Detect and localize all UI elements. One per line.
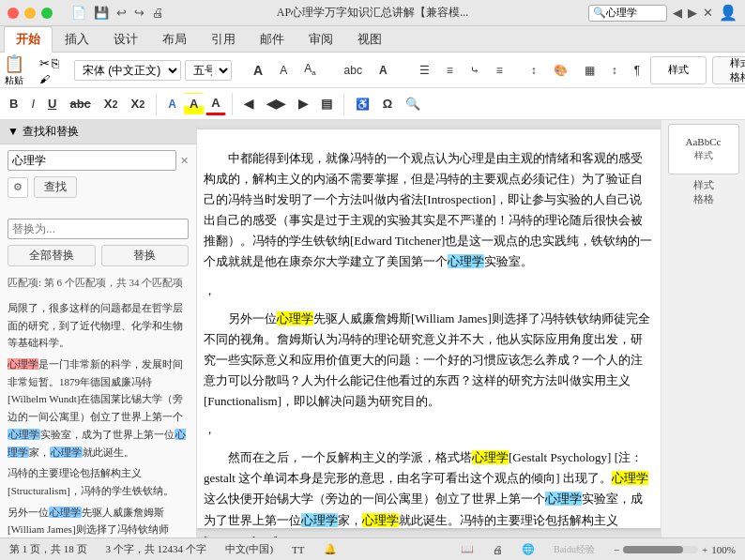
align-button[interactable]: ≡: [490, 61, 509, 80]
strikethrough-button[interactable]: abc: [64, 93, 96, 115]
baidu-watermark: Baidu经验: [554, 543, 595, 556]
font-name-selector[interactable]: 宋体 (中文正文): [74, 60, 181, 81]
zoom-out-icon[interactable]: −: [614, 544, 619, 555]
style-grid-button[interactable]: 样式格格: [712, 56, 745, 84]
tab-insert[interactable]: 插入: [53, 26, 101, 52]
title-search-box[interactable]: 🔍: [588, 5, 667, 22]
tab-design[interactable]: 设计: [101, 26, 150, 52]
find-clear-icon[interactable]: ✕: [180, 155, 189, 167]
ribbon-tabs: 开始 插入 设计 布局 引用 邮件 审阅 视图: [0, 26, 745, 53]
highlighted-term-4: 心理学: [50, 446, 83, 458]
undo-icon[interactable]: ↩: [116, 6, 127, 21]
sidebar: ▼ 查找和替换 ✕ ⚙ 查找 全部替换 替换 匹配项: 第 6 个匹配项，共 3…: [0, 120, 197, 537]
increase-font-button[interactable]: A: [247, 60, 269, 81]
style-normal-button[interactable]: AaBbCc 样式: [668, 124, 739, 174]
find-input[interactable]: [8, 150, 176, 171]
smart-lookup-button[interactable]: 🔍: [400, 93, 426, 115]
prev-result-icon[interactable]: ◀: [673, 6, 682, 21]
accessibility-button[interactable]: ♿: [350, 93, 375, 115]
cut-icon[interactable]: ✂: [39, 56, 50, 71]
highlight-button[interactable]: A: [184, 93, 204, 115]
zoom-bar[interactable]: [623, 546, 698, 553]
format-painter-icon[interactable]: 🖌: [39, 73, 50, 84]
zoom-fill: [623, 546, 683, 553]
toolbar-row1: 📋 粘贴 ✂ ⎘ 🖌 宋体 (中文正文) 五号 四号 三号 A A Aa abc…: [0, 53, 745, 88]
shading-button[interactable]: 🎨: [547, 61, 574, 80]
style-button[interactable]: 样式: [650, 56, 707, 84]
show-mark-button[interactable]: ¶: [628, 61, 646, 80]
highlighted-term-2: 心理学: [8, 429, 40, 440]
style-grid-label[interactable]: 样式格格: [693, 178, 714, 206]
align-right-button[interactable]: ▶: [293, 93, 313, 115]
indent-button[interactable]: ⤷: [464, 61, 486, 80]
align-center-button[interactable]: ◀▶: [261, 93, 291, 115]
close-search-icon[interactable]: ✕: [703, 6, 713, 21]
tab-references[interactable]: 引用: [199, 26, 248, 52]
user-icon[interactable]: 👤: [719, 4, 737, 22]
tab-layout[interactable]: 布局: [150, 26, 199, 52]
font-size-selector[interactable]: 五号 四号 三号: [185, 60, 232, 81]
window-controls: [8, 8, 53, 19]
highlight-xinlixue-2: 心理学: [277, 311, 313, 325]
font-color2-button[interactable]: A: [205, 93, 225, 115]
superscript-button[interactable]: X2: [126, 93, 151, 115]
replace-buttons: 全部替换 替换: [8, 245, 189, 266]
redo-icon[interactable]: ↪: [134, 6, 144, 21]
list-number-button[interactable]: ≡: [440, 61, 460, 80]
paste-label: 粘贴: [5, 74, 23, 87]
font-color-button[interactable]: A: [372, 61, 394, 80]
tab-review[interactable]: 审阅: [296, 26, 345, 52]
bold-button[interactable]: B: [4, 93, 23, 115]
replace-all-button[interactable]: 全部替换: [8, 245, 96, 266]
sidebar-paragraph-1: 局限了，很多这样的问题都是在哲学层面的研究，到了近代物理、化学和生物等基础科学。: [8, 299, 189, 352]
replace-section: 全部替换 替换: [0, 213, 196, 272]
format-clear-button[interactable]: Aa: [297, 59, 322, 80]
style-normal-label: 样式: [694, 149, 713, 162]
zoom-area[interactable]: − + 100%: [614, 544, 736, 555]
next-result-icon[interactable]: ▶: [688, 6, 697, 21]
minimize-button[interactable]: [24, 8, 36, 19]
view-icon-print[interactable]: 🖨: [493, 544, 503, 555]
sidebar-title: 查找和替换: [23, 124, 79, 140]
special-char-button[interactable]: Ω: [377, 93, 398, 115]
justify-button[interactable]: ▤: [315, 93, 338, 115]
zoom-in-icon[interactable]: +: [702, 544, 707, 555]
align-left-button[interactable]: ◀: [238, 93, 259, 115]
title-search-input[interactable]: [606, 8, 662, 19]
find-section: ✕ ⚙ 查找: [0, 144, 196, 209]
page-info: 第 1 页，共 18 页: [9, 542, 87, 556]
italic-button[interactable]: I: [25, 93, 40, 115]
find-button[interactable]: 查找: [34, 176, 77, 198]
decrease-font-button[interactable]: A: [273, 61, 294, 80]
replace-input[interactable]: [8, 219, 189, 239]
subscript-button[interactable]: X2: [99, 93, 124, 115]
list-bullet-button[interactable]: ☰: [413, 61, 436, 80]
close-button[interactable]: [8, 8, 19, 19]
copy-icon[interactable]: ⎘: [52, 56, 59, 71]
text-effect-button[interactable]: A: [162, 93, 182, 115]
save-icon[interactable]: 💾: [94, 6, 109, 21]
underline-button[interactable]: U: [42, 93, 62, 115]
title-bar: 📄 💾 ↩ ↪ 🖨 AP心理学万字知识汇总讲解【兼容模... 🔍 ◀ ▶ ✕ 👤: [0, 0, 745, 26]
paste-button[interactable]: 📋 粘贴: [4, 53, 24, 87]
view-icon-web[interactable]: 🌐: [522, 543, 535, 555]
find-options-button[interactable]: ⚙: [8, 177, 28, 198]
note-icon: 🔔: [324, 543, 337, 555]
view-icon-read[interactable]: 📖: [461, 543, 474, 555]
replace-button[interactable]: 替换: [101, 245, 190, 266]
print-icon[interactable]: 🖨: [152, 6, 164, 21]
doc-icon[interactable]: 📄: [71, 6, 86, 21]
tab-view[interactable]: 视图: [345, 26, 394, 52]
document-area[interactable]: 中都能得到体现，就像冯特的一个观点认为心理是由主观的情绪和客观的感受构成的，解构…: [197, 120, 661, 537]
spacing-button[interactable]: ↕: [525, 61, 543, 80]
abc-button[interactable]: abc: [338, 61, 369, 80]
sort-button[interactable]: ↕: [605, 61, 624, 80]
format-tools2: ↕ 🎨 ▦ ↕ ¶: [525, 61, 646, 80]
window-title: AP心理学万字知识汇总讲解【兼容模...: [277, 5, 468, 21]
tab-home[interactable]: 开始: [4, 26, 53, 53]
tab-mailings[interactable]: 邮件: [248, 26, 296, 52]
maximize-button[interactable]: [41, 8, 53, 19]
highlight-xinlixue-7: 心理学: [362, 513, 399, 527]
sidebar-header[interactable]: ▼ 查找和替换: [0, 120, 196, 144]
border-button[interactable]: ▦: [578, 61, 601, 80]
